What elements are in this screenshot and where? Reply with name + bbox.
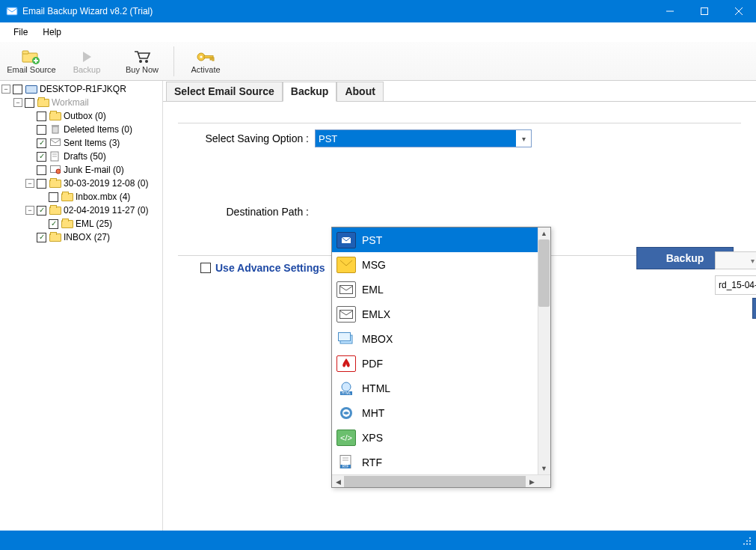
tree-checkbox[interactable] bbox=[37, 165, 46, 175]
scroll-up-icon[interactable]: ▲ bbox=[538, 227, 550, 239]
dropdown-horizontal-scrollbar[interactable]: ◀ ▶ bbox=[332, 474, 550, 487]
title-bar: Email Backup Wizard v8.2 (Trial) bbox=[0, 0, 756, 22]
tree-account[interactable]: − Workmail bbox=[0, 96, 162, 109]
tree-checkbox[interactable]: ✓ bbox=[37, 206, 46, 216]
tree-item[interactable]: Outbox (0) bbox=[0, 109, 162, 123]
dropdown-label: HTML bbox=[362, 382, 390, 394]
svg-marker-10 bbox=[83, 52, 91, 62]
dropdown-option-rtf[interactable]: RTF RTF bbox=[332, 450, 550, 474]
tab-backup[interactable]: Backup bbox=[283, 82, 337, 102]
tree-checkbox[interactable] bbox=[37, 179, 46, 189]
tree-item[interactable]: Deleted Items (0) bbox=[0, 123, 162, 136]
xps-icon: </> bbox=[336, 430, 356, 446]
svg-rect-16 bbox=[210, 58, 212, 60]
svg-rect-19 bbox=[52, 125, 59, 126]
destination-path-input[interactable]: rd_15-04-2019 04-19.p bbox=[715, 275, 756, 295]
tree-item[interactable]: ✓INBOX (27) bbox=[0, 230, 162, 244]
saving-option-combobox[interactable]: PST ▾ bbox=[315, 129, 532, 147]
dropdown-option-pdf[interactable]: PDF bbox=[332, 351, 550, 376]
tab-strip: Select Email Source Backup About bbox=[163, 81, 756, 102]
mht-icon bbox=[336, 405, 356, 421]
svg-rect-2 bbox=[701, 8, 708, 15]
toolbar-backup-button[interactable]: Backup bbox=[60, 43, 114, 80]
dropdown-option-emlx[interactable]: EMLX bbox=[332, 302, 550, 326]
saving-option-dropdown[interactable]: PST MSG EML EMLX MBOX bbox=[331, 227, 551, 488]
tree-label: Sent Items (3) bbox=[64, 136, 120, 150]
scroll-right-icon[interactable]: ▶ bbox=[526, 475, 538, 488]
tree-checkbox[interactable]: ✓ bbox=[49, 219, 58, 229]
junk-icon bbox=[49, 165, 62, 175]
tree-item[interactable]: ✓EML (25) bbox=[0, 217, 162, 230]
tree-item[interactable]: Junk E-mail (0) bbox=[0, 163, 162, 177]
dropdown-option-msg[interactable]: MSG bbox=[332, 252, 550, 277]
html-icon: HTML bbox=[336, 380, 356, 397]
folder-icon bbox=[49, 111, 62, 121]
chevron-down-icon[interactable]: ▾ bbox=[516, 130, 531, 147]
split-combobox[interactable]: ▾ bbox=[715, 251, 756, 269]
toolbar-email-source-button[interactable]: Email Source bbox=[4, 43, 58, 80]
checkbox-icon[interactable] bbox=[200, 263, 211, 273]
folder-tree[interactable]: − DESKTOP-R1FJKQR − Workmail Outbox (0) … bbox=[0, 81, 163, 531]
change-button[interactable]: Change... bbox=[752, 298, 756, 319]
tree-label: Inbox.mbx (4) bbox=[76, 190, 130, 204]
collapse-icon[interactable]: − bbox=[1, 85, 10, 94]
collapse-icon[interactable]: − bbox=[25, 179, 34, 188]
tree-item[interactable]: −30-03-2019 12-08 (0) bbox=[0, 177, 162, 190]
tree-item[interactable]: Inbox.mbx (4) bbox=[0, 190, 162, 204]
dropdown-option-pst[interactable]: PST bbox=[332, 227, 550, 252]
scroll-left-icon[interactable]: ◀ bbox=[332, 475, 344, 488]
tree-checkbox[interactable]: ✓ bbox=[37, 152, 46, 162]
maximize-button[interactable] bbox=[687, 0, 722, 22]
dropdown-option-mbox[interactable]: MBOX bbox=[332, 326, 550, 351]
close-button[interactable] bbox=[722, 0, 756, 22]
saving-option-label: Select Saving Option : bbox=[178, 132, 309, 144]
tree-checkbox[interactable] bbox=[49, 192, 58, 202]
svg-rect-18 bbox=[52, 126, 58, 133]
resize-grip-icon[interactable] bbox=[741, 535, 752, 546]
menu-help[interactable]: Help bbox=[35, 24, 69, 40]
svg-rect-20 bbox=[51, 139, 61, 146]
dropdown-option-html[interactable]: HTML HTML bbox=[332, 376, 550, 400]
tree-root[interactable]: − DESKTOP-R1FJKQR bbox=[0, 82, 162, 96]
tree-item[interactable]: −✓02-04-2019 11-27 (0) bbox=[0, 204, 162, 217]
scroll-thumb[interactable] bbox=[344, 476, 526, 487]
dropdown-option-xps[interactable]: </> XPS bbox=[332, 425, 550, 450]
dropdown-option-eml[interactable]: EML bbox=[332, 277, 550, 302]
folder-open-icon bbox=[37, 97, 50, 108]
menu-file[interactable]: File bbox=[6, 24, 35, 40]
svg-point-11 bbox=[139, 60, 142, 63]
svg-rect-6 bbox=[22, 51, 28, 54]
scroll-down-icon[interactable]: ▼ bbox=[538, 462, 550, 474]
tree-checkbox[interactable] bbox=[25, 98, 34, 108]
window-title: Email Backup Wizard v8.2 (Trial) bbox=[22, 6, 653, 16]
tree-item[interactable]: ✓Sent Items (3) bbox=[0, 136, 162, 150]
status-bar bbox=[0, 531, 756, 550]
collapse-icon[interactable]: − bbox=[13, 98, 22, 107]
tab-select-email-source[interactable]: Select Email Source bbox=[166, 82, 283, 102]
toolbar-activate-button[interactable]: Activate bbox=[179, 43, 233, 80]
scroll-thumb[interactable] bbox=[538, 239, 550, 307]
tree-checkbox[interactable] bbox=[13, 85, 22, 94]
sent-icon bbox=[49, 138, 62, 148]
dropdown-label: MHT bbox=[362, 407, 384, 419]
drafts-icon bbox=[49, 151, 62, 162]
tree-label: INBOX (27) bbox=[64, 230, 110, 244]
folder-icon bbox=[49, 232, 62, 242]
tree-label: Junk E-mail (0) bbox=[64, 163, 124, 177]
tree-checkbox[interactable] bbox=[37, 111, 46, 121]
minimize-button[interactable] bbox=[653, 0, 687, 22]
dropdown-label: RTF bbox=[362, 456, 382, 468]
tab-about[interactable]: About bbox=[336, 82, 383, 102]
tree-item[interactable]: ✓Drafts (50) bbox=[0, 150, 162, 163]
tree-checkbox[interactable]: ✓ bbox=[37, 233, 46, 242]
tree-label: DESKTOP-R1FJKQR bbox=[40, 82, 126, 96]
dropdown-vertical-scrollbar[interactable]: ▲ ▼ bbox=[538, 227, 550, 474]
tree-checkbox[interactable]: ✓ bbox=[37, 138, 46, 148]
toolbar-label: Buy Now bbox=[126, 65, 159, 74]
tree-checkbox[interactable] bbox=[37, 125, 46, 135]
collapse-icon[interactable]: − bbox=[25, 206, 34, 215]
svg-rect-30 bbox=[340, 310, 353, 318]
dropdown-option-mht[interactable]: MHT bbox=[332, 400, 550, 425]
toolbar-buy-now-button[interactable]: Buy Now bbox=[115, 43, 169, 80]
svg-rect-29 bbox=[340, 285, 353, 293]
